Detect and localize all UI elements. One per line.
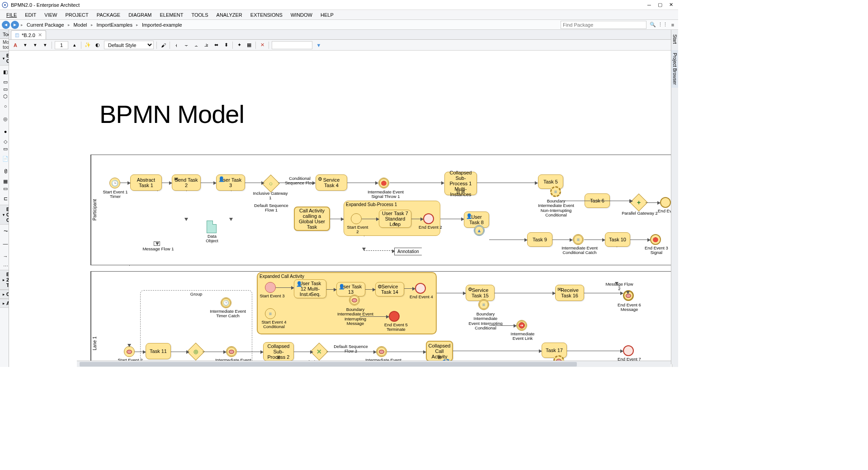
menu-edit[interactable]: EDIT (21, 11, 40, 19)
toolbox-item[interactable]: ▭Lane (0, 85, 9, 93)
toolbox-section-header[interactable]: ▾BPMN 2.0 - Collaboration Conn (0, 205, 9, 225)
diagram-canvas[interactable]: BPMN Model Participant Lane 1 🕒 Start Ev… (9, 51, 678, 367)
end-event4[interactable] (415, 283, 426, 294)
tab-close-icon[interactable]: ✕ (38, 32, 42, 38)
task-service14[interactable]: ⚙Service Task 14 (375, 282, 404, 296)
compass-icon[interactable]: ✦ (236, 42, 243, 49)
delete-icon[interactable]: ✕ (259, 42, 266, 49)
end-event2[interactable] (423, 213, 434, 224)
toolbox-item[interactable]: ⤳Message Flow (0, 225, 9, 237)
data-object[interactable] (207, 221, 217, 233)
toolbox-section-header[interactable]: ▸Artifacts (0, 299, 9, 308)
menu-project[interactable]: PROJECT (61, 11, 92, 19)
menu-window[interactable]: WINDOW (287, 11, 316, 19)
menu-file[interactable]: FILE (3, 11, 20, 19)
find-package-input[interactable] (561, 21, 646, 29)
task10[interactable]: Task 10 (605, 232, 630, 247)
close-button[interactable]: ✕ (665, 1, 676, 9)
diagram-tab[interactable]: ◫ *B.2.0 ✕ (11, 30, 46, 39)
breadcrumb-item[interactable]: ImportExamples (95, 22, 134, 28)
right-tab-project-browser[interactable]: Project Browser (671, 50, 678, 88)
breadcrumb-item[interactable]: Model (72, 22, 89, 28)
intermediate-signal-throw[interactable] (378, 178, 389, 188)
task-service4[interactable]: ⚙Service Task 4 (316, 174, 347, 191)
zoom-up-icon[interactable]: ▴ (71, 42, 78, 49)
task-user7[interactable]: User Task 7 Standard Loop↻ (379, 210, 411, 228)
menu-analyzer[interactable]: ANALYZER (213, 11, 246, 19)
intermediate-conditional-catch[interactable]: ≡ (573, 234, 584, 245)
start-event2-message[interactable] (124, 346, 135, 357)
toolbox-section-header[interactable]: ▾BPMN 2.0 - Collaboration (0, 51, 9, 66)
toolbox-item[interactable]: ●End Event (0, 125, 9, 138)
toolbox-item[interactable]: →Sequence Flow (0, 250, 9, 263)
filter-icon[interactable]: ▼ (315, 42, 322, 49)
maximize-button[interactable]: ▢ (655, 1, 665, 9)
intermediate-message-throw[interactable] (376, 346, 387, 357)
toolbox-item[interactable]: ○Start Event (0, 100, 9, 113)
minimize-button[interactable]: ─ (644, 1, 655, 9)
breadcrumb-item[interactable]: Current Package (25, 22, 66, 28)
start-event3[interactable] (265, 282, 276, 293)
align-top-icon[interactable]: ⫠ (193, 42, 200, 49)
nav-back-button[interactable]: ◄ (2, 21, 10, 29)
task17[interactable]: Task 17 (542, 343, 567, 358)
menu-diagram[interactable]: DIAGRAM (125, 11, 155, 19)
boundary-noninterrupt-conditional[interactable]: ≡ (550, 186, 561, 197)
end-event3-signal[interactable] (650, 234, 661, 245)
call-activity-global[interactable]: Call Activity calling a Global User Task (294, 207, 330, 231)
intermediate-link[interactable]: ➔ (516, 320, 527, 331)
start-event4-conditional[interactable]: ≡ (265, 308, 276, 319)
toolbox-item[interactable]: ▭Activity (0, 145, 9, 152)
group-box[interactable] (140, 290, 252, 367)
menu-view[interactable]: VIEW (41, 11, 61, 19)
task5[interactable]: Task 5 (538, 174, 563, 189)
toolbox-item[interactable]: ◎Intermediate Event (0, 113, 9, 125)
fill-color-icon[interactable]: ▾ (22, 42, 29, 49)
same-width-icon[interactable]: ⬌ (212, 42, 220, 49)
list-icon[interactable]: ≡ (669, 21, 676, 28)
right-tab-start[interactable]: Start (671, 32, 678, 47)
menu-extensions[interactable]: EXTENSIONS (247, 11, 286, 19)
font-icon[interactable]: A (12, 42, 19, 49)
task-user12[interactable]: 👤User Task 12 Multi-Inst. Seq.≡ (294, 279, 326, 298)
toolbox-item[interactable]: 🛢Data Store (0, 165, 9, 178)
toolbox-item[interactable]: ⬡Conversation (0, 93, 9, 100)
collapsed-subprocess1[interactable]: Collapsed Sub-Process 1 Multi-Instances|… (444, 172, 477, 195)
align-left-icon[interactable]: ⫞ (173, 42, 180, 49)
toolbox-more-tools[interactable]: More tools... (0, 39, 9, 51)
toolbox-item[interactable]: 📄Data Object (0, 152, 9, 165)
menu-element[interactable]: ELEMENT (156, 11, 187, 19)
receive-task16[interactable]: ✉Receive Task 16 (555, 285, 584, 301)
start-event2[interactable] (351, 213, 362, 224)
highlight-icon[interactable]: ✨ (84, 42, 91, 49)
end-event7-none[interactable] (623, 345, 634, 356)
style-select[interactable]: Default Style (104, 41, 154, 49)
task-send[interactable]: ✉Send Task 2 (172, 174, 201, 191)
menu-package[interactable]: PACKAGE (93, 11, 124, 19)
toolbox-section-header[interactable]: ▸BPMN 2.0 - Types (0, 270, 9, 290)
task-abstract[interactable]: Abstract Task 1 (130, 174, 162, 191)
end-event1[interactable] (660, 197, 671, 208)
brush-icon[interactable]: 🖌 (160, 42, 167, 49)
start-event-timer[interactable]: 🕒 (109, 178, 120, 188)
toolbox-item[interactable]: —Conversation Link (0, 237, 9, 250)
task-user3[interactable]: 👤User Task 3 (216, 174, 245, 191)
line-color-icon[interactable]: ▾ (32, 42, 39, 49)
theme-icon[interactable]: ◐ (94, 42, 101, 49)
collapsed-subprocess2[interactable]: Collapsed Sub-Process 2⊞ (263, 342, 294, 361)
menu-tools[interactable]: TOOLS (188, 11, 212, 19)
same-height-icon[interactable]: ⬍ (222, 42, 230, 49)
toolbox-item[interactable]: ◧Collaboration Model (0, 66, 9, 78)
toolbox-item[interactable]: ◇Gateway (0, 138, 9, 145)
task-user13[interactable]: 👤User Task 13 (336, 282, 365, 296)
align-middle-icon[interactable]: ⫡ (203, 42, 210, 49)
nav-forward-button[interactable]: ► (11, 21, 19, 29)
menu-help[interactable]: HELP (317, 11, 337, 19)
boundary-interrupt-conditional[interactable]: ≡ (478, 299, 489, 310)
toolbox-item[interactable]: ⊏Text Annotation (0, 192, 9, 205)
boundary-event-ut8[interactable]: ▲ (474, 225, 485, 236)
align-center-icon[interactable]: ⫟ (183, 42, 190, 49)
end-event5-terminate[interactable] (389, 311, 400, 322)
task-service15[interactable]: ⚙Service Task 15 (466, 285, 495, 301)
zoom-input[interactable] (55, 41, 68, 49)
